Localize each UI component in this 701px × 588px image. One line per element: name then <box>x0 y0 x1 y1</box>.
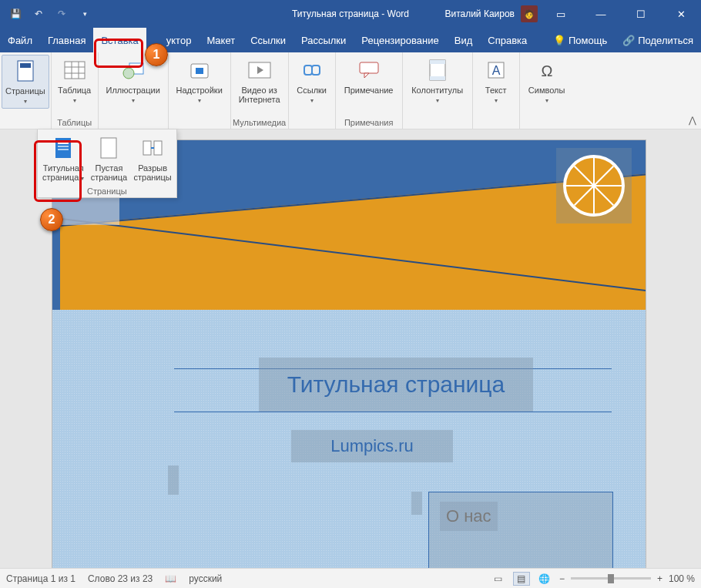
page-break-button[interactable]: Разрывстраницы <box>130 133 174 185</box>
maximize-button[interactable]: ☐ <box>624 0 658 28</box>
omega-icon: Ω <box>533 56 561 84</box>
ribbon: Страницы▾ Таблица▾ Таблицы Иллюстрации▾ … <box>0 52 701 129</box>
svg-rect-27 <box>101 138 116 158</box>
svg-point-8 <box>123 68 134 79</box>
close-button[interactable]: ✕ <box>664 0 698 28</box>
tab-mailings[interactable]: Рассылки <box>293 28 354 52</box>
placeholder-bar <box>411 492 422 515</box>
svg-rect-1 <box>20 63 31 68</box>
svg-rect-15 <box>360 62 378 73</box>
blank-page-icon <box>95 134 122 162</box>
annotation-badge-1: 1 <box>145 43 168 66</box>
flyout-group-label: Страницы <box>39 185 175 196</box>
video-icon <box>246 56 273 84</box>
placeholder-bar <box>168 465 179 495</box>
svg-rect-25 <box>58 146 69 147</box>
tab-home[interactable]: Главная <box>40 28 93 52</box>
proofing-icon[interactable]: 📖 <box>165 573 176 584</box>
zoom-slider[interactable] <box>571 577 651 580</box>
ribbon-display-button[interactable]: ▭ <box>544 0 578 28</box>
tab-file[interactable]: Файл <box>0 28 40 52</box>
status-language[interactable]: русский <box>189 573 222 584</box>
svg-rect-23 <box>55 138 71 158</box>
tab-view[interactable]: Вид <box>447 28 481 52</box>
bulb-icon: 💡 <box>553 35 565 46</box>
tab-review[interactable]: Рецензирование <box>354 28 446 52</box>
header-footer-button[interactable]: Колонтитулы▾ <box>404 55 471 107</box>
status-bar: Страница 1 из 1 Слово 23 из 23 📖 русский… <box>0 568 701 588</box>
page-icon <box>12 57 39 85</box>
share-button[interactable]: 🔗Поделиться <box>615 28 701 52</box>
status-page[interactable]: Страница 1 из 1 <box>6 573 75 584</box>
comment-button[interactable]: Примечание <box>337 55 401 96</box>
doc-title[interactable]: Титульная страница <box>259 358 533 412</box>
undo-icon[interactable]: ↶ <box>31 8 46 19</box>
tell-me-button[interactable]: 💡Помощь <box>545 28 615 52</box>
page-break-icon <box>139 134 166 162</box>
save-icon[interactable]: 💾 <box>8 8 23 19</box>
shapes-icon <box>119 56 147 84</box>
tab-references[interactable]: Ссылки <box>243 28 293 52</box>
text-button[interactable]: A Текст▾ <box>475 55 518 107</box>
addin-icon <box>186 56 213 84</box>
cover-page-button[interactable]: Титульнаястраница ▾ <box>39 133 87 185</box>
addins-button[interactable]: Надстройки▾ <box>170 55 229 107</box>
web-layout-button[interactable]: 🌐 <box>536 572 553 586</box>
ribbon-tabs: Файл Главная Вставка уктор Макет Ссылки … <box>0 28 701 52</box>
orange-slice-image <box>556 148 632 223</box>
about-box[interactable]: О нас <box>428 492 613 568</box>
svg-rect-19 <box>430 76 445 80</box>
status-words[interactable]: Слово 23 из 23 <box>88 573 153 584</box>
svg-rect-29 <box>154 141 162 155</box>
qat-customize-icon[interactable]: ▾ <box>77 10 92 18</box>
pages-flyout: Титульнаястраница ▾ Пустаястраница Разры… <box>37 129 177 198</box>
svg-rect-26 <box>58 149 69 150</box>
links-button[interactable]: Ссылки▾ <box>290 55 334 107</box>
title-bar: 💾 ↶ ↷ ▾ Титульная страница - Word Витали… <box>0 0 701 28</box>
svg-rect-13 <box>304 66 312 75</box>
tab-help[interactable]: Справка <box>480 28 535 52</box>
pages-button[interactable]: Страницы▾ <box>2 55 49 109</box>
zoom-percent[interactable]: 100 % <box>669 573 695 584</box>
svg-marker-16 <box>364 73 369 78</box>
doc-subtitle[interactable]: Lumpics.ru <box>291 430 453 462</box>
share-icon: 🔗 <box>622 35 635 46</box>
zoom-out-button[interactable]: − <box>559 573 565 584</box>
link-icon <box>298 56 326 84</box>
svg-rect-24 <box>58 141 69 144</box>
svg-text:A: A <box>491 64 500 77</box>
table-button[interactable]: Таблица▾ <box>53 55 96 107</box>
svg-rect-14 <box>312 66 320 75</box>
cover-page-icon <box>49 134 77 162</box>
collapse-ribbon-icon[interactable]: ⋀ <box>689 115 696 126</box>
svg-rect-18 <box>430 60 445 64</box>
blank-page-button[interactable]: Пустаястраница <box>87 133 130 185</box>
redo-icon[interactable]: ↷ <box>54 8 69 19</box>
svg-rect-2 <box>65 62 85 79</box>
zoom-in-button[interactable]: + <box>657 573 662 584</box>
svg-rect-10 <box>196 68 203 74</box>
online-video-button[interactable]: Видео изИнтернета <box>233 55 287 106</box>
comment-icon <box>355 56 383 84</box>
print-layout-button[interactable]: ▤ <box>513 572 530 586</box>
header-icon <box>424 56 451 84</box>
annotation-badge-2: 2 <box>40 208 63 231</box>
tab-insert[interactable]: Вставка <box>93 28 146 52</box>
user-name[interactable]: Виталий Каиров <box>444 8 515 19</box>
page[interactable]: Титульная страница Lumpics.ru О нас <box>52 140 646 568</box>
minimize-button[interactable]: — <box>584 0 618 28</box>
svg-text:Ω: Ω <box>541 62 552 79</box>
svg-rect-28 <box>143 141 151 155</box>
user-avatar-icon[interactable]: 🧑 <box>521 5 538 22</box>
window-title: Титульная страница - Word <box>292 8 409 19</box>
text-icon: A <box>482 56 510 84</box>
tab-layout[interactable]: Макет <box>199 28 243 52</box>
table-icon <box>61 56 89 84</box>
read-mode-button[interactable]: ▭ <box>490 572 507 586</box>
symbols-button[interactable]: Ω Символы▾ <box>522 55 572 107</box>
